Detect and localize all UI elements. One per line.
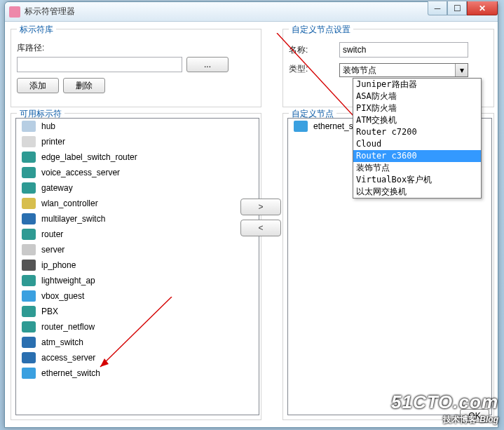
dropdown-item[interactable]: PIX防火墙 — [353, 102, 481, 114]
list-item[interactable]: gateway — [16, 180, 259, 196]
maximize-button[interactable]: ☐ — [447, 1, 467, 15]
path-label: 库路径: — [17, 42, 255, 54]
phone-icon — [22, 260, 36, 271]
list-item[interactable]: ethernet_switch — [16, 365, 259, 381]
available-symbols-group: 可用标示符 hubprinteredge_label_switch_router… — [11, 113, 261, 420]
blue-icon — [22, 213, 36, 224]
list-item-label: wlan_controller — [41, 199, 98, 208]
teal-icon — [22, 152, 36, 163]
combobox-display: 装饰节点 — [340, 65, 376, 76]
list-item[interactable]: multilayer_switch — [16, 211, 259, 227]
list-item[interactable]: lightweight_ap — [16, 273, 259, 288]
teal-icon — [22, 275, 36, 286]
list-item-label: access_server — [41, 353, 95, 363]
list-item[interactable]: wlan_controller — [16, 196, 259, 211]
path-input[interactable] — [17, 57, 182, 72]
list-item-label: edge_label_switch_router — [41, 152, 137, 162]
available-symbols-list[interactable]: hubprinteredge_label_switch_routervoice_… — [15, 118, 259, 415]
dropdown-item[interactable]: 以太网交换机 — [353, 186, 481, 198]
blue-icon — [22, 337, 36, 348]
add-button[interactable]: 添加 — [17, 78, 59, 93]
list-item[interactable]: server — [16, 242, 259, 257]
hub-icon — [22, 121, 36, 132]
grey-icon — [22, 244, 36, 255]
teal-icon — [22, 321, 36, 332]
list-item[interactable]: access_server — [16, 350, 259, 365]
dropdown-item[interactable]: Router c7200 — [353, 126, 481, 138]
type-dropdown[interactable]: Juniper路由器ASA防火墙PIX防火墙ATM交换机Router c7200… — [353, 78, 482, 199]
teal-icon — [22, 229, 36, 240]
teal-icon — [22, 182, 36, 194]
list-item[interactable]: router_netflow — [16, 319, 259, 335]
transfer-buttons: > < — [240, 199, 281, 236]
list-item-label: server — [41, 245, 64, 255]
delete-button[interactable]: 删除 — [63, 78, 105, 93]
browse-button[interactable]: ... — [186, 57, 229, 72]
move-right-button[interactable]: > — [240, 199, 281, 215]
window-title: 标示符管理器 — [25, 6, 75, 18]
name-input[interactable] — [339, 42, 468, 58]
list-item[interactable]: printer — [16, 134, 259, 149]
app-window: 标示符管理器 ─ ☐ ✕ 标示符库 库路径: ... 添加 删除 — [4, 1, 498, 428]
list-item-label: PBX — [41, 307, 58, 316]
sw-icon — [22, 290, 36, 302]
list-item[interactable]: voice_access_server — [16, 165, 259, 180]
list-item-label: router_netflow — [41, 322, 95, 332]
dropdown-item[interactable]: ATM交换机 — [353, 114, 481, 126]
app-icon — [9, 6, 20, 18]
list-item-label: router — [41, 229, 63, 239]
teal-icon — [22, 306, 36, 317]
list-item-label: printer — [41, 137, 65, 147]
dropdown-item[interactable]: VirtualBox客户机 — [353, 174, 481, 186]
list-item[interactable]: atm_switch — [16, 335, 259, 350]
list-item-label: multilayer_switch — [41, 214, 105, 224]
chevron-down-icon: ▾ — [455, 64, 468, 76]
list-item[interactable]: hub — [16, 119, 259, 134]
dropdown-item[interactable]: ASA防火墙 — [353, 90, 481, 102]
list-item-label: ethernet_switch — [41, 368, 100, 378]
sw-icon — [294, 121, 308, 132]
list-item-label: hub — [41, 121, 55, 131]
ok-button[interactable]: OK — [460, 409, 489, 423]
sw-icon — [22, 368, 36, 379]
printer-icon — [22, 136, 36, 147]
name-label: 名称: — [289, 44, 322, 56]
list-item[interactable]: ip_phone — [16, 257, 259, 273]
list-item-label: gateway — [41, 183, 73, 193]
dropdown-item[interactable]: Cloud — [353, 138, 481, 150]
close-button[interactable]: ✕ — [467, 1, 498, 15]
list-item[interactable]: PBX — [16, 304, 259, 319]
dropdown-item[interactable]: Router c3600 — [353, 150, 481, 162]
list-item[interactable]: router — [16, 227, 259, 242]
group-title: 自定义节点设置 — [289, 24, 353, 36]
list-item-label: lightweight_ap — [41, 276, 95, 285]
type-combobox[interactable]: 装饰节点 ▾ — [339, 63, 468, 77]
gold-icon — [22, 198, 36, 209]
list-item-label: ip_phone — [41, 260, 76, 270]
titlebar[interactable]: 标示符管理器 ─ ☐ ✕ — [5, 2, 498, 22]
move-left-button[interactable]: < — [240, 220, 281, 236]
symbol-library-group: 标示符库 库路径: ... 添加 删除 — [11, 29, 261, 107]
group-title: 标示符库 — [17, 24, 56, 36]
type-label: 类型: — [289, 63, 322, 75]
list-item-label: vbox_guest — [41, 291, 84, 301]
list-item-label: voice_access_server — [41, 168, 120, 177]
list-item[interactable]: edge_label_switch_router — [16, 149, 259, 165]
dropdown-item[interactable]: Juniper路由器 — [353, 79, 481, 90]
list-item-label: atm_switch — [41, 337, 83, 347]
teal-icon — [22, 167, 36, 178]
dropdown-item[interactable]: 装饰节点 — [353, 162, 481, 174]
minimize-button[interactable]: ─ — [428, 1, 447, 15]
list-item[interactable]: vbox_guest — [16, 288, 259, 304]
blue-icon — [22, 352, 36, 363]
